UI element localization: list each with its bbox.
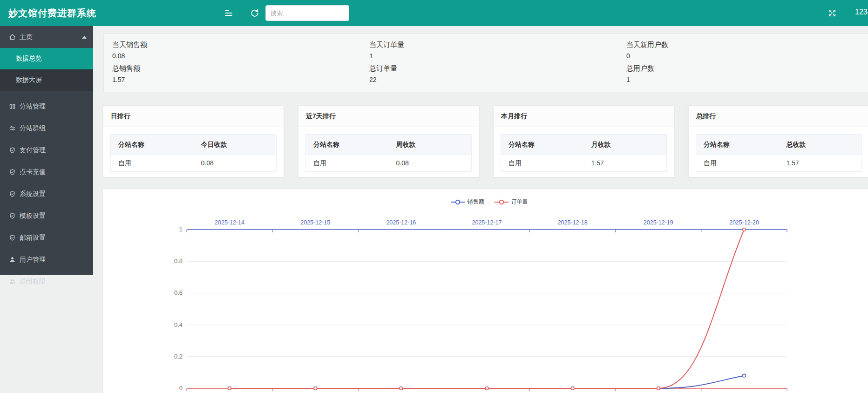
sidebar-item-label: 邮箱设置: [20, 234, 46, 242]
stat-label: 总订单量: [369, 64, 618, 73]
stat-总订单量: 总订单量22: [369, 64, 618, 83]
stat-当天销售额: 当天销售额0.08: [112, 41, 361, 60]
table-header-row: 分站名称月收款: [501, 135, 666, 155]
sidebar-item-label: 支付管理: [20, 146, 46, 155]
ranking-table: 分站名称总收款自用1.57: [696, 134, 862, 172]
top-header-bar: 妙文馆付费进群系统 12345: [0, 0, 868, 26]
stats-column: 当天订单量1总订单量22: [361, 34, 618, 92]
data-point-订单量: [485, 387, 488, 390]
sidebar-item-分站管理[interactable]: 分站管理: [0, 95, 93, 117]
stat-value: 22: [369, 76, 618, 83]
sidebar-item-label: 群组权限: [20, 278, 46, 286]
y-tick-label: 0: [179, 385, 183, 392]
table-header-row: 分站名称周收款: [306, 135, 471, 155]
sidebar-subitem-数据大屏[interactable]: 数据大屏: [0, 69, 93, 91]
ranking-table: 分站名称周收款自用0.08: [305, 134, 472, 172]
stats-overview-panel: 当天销售额0.08总销售额1.57当天订单量1总订单量22当天新用户数0总用户数…: [103, 34, 868, 92]
table-row: 自用1.57: [696, 155, 861, 171]
stats-column: 当天新用户数0总用户数1: [618, 34, 868, 92]
stat-value: 1: [369, 52, 618, 60]
data-point-订单量: [314, 387, 317, 390]
stat-总销售额: 总销售额1.57: [112, 64, 361, 83]
sales-orders-chart-card: 销售额订单量 00.20.40.60.812025-12-142025-12-1…: [103, 189, 868, 393]
ranking-card-title: 本月排行: [494, 106, 674, 127]
sidebar-item-label: 点卡充值: [20, 168, 46, 176]
top-date-label: 2025-12-15: [300, 219, 330, 226]
y-tick-label: 0.4: [174, 321, 183, 328]
stats-column: 当天销售额0.08总销售额1.57: [104, 34, 361, 92]
data-point-订单量: [228, 387, 231, 390]
sidebar-item-群组权限[interactable]: 群组权限: [0, 271, 93, 292]
search-input[interactable]: [265, 5, 349, 21]
sidebar-item-label: 主页: [20, 33, 33, 41]
top-date-label: 2025-12-19: [644, 219, 673, 226]
sidebar-subitem-数据总览[interactable]: 数据总览: [0, 48, 93, 69]
username-label[interactable]: 12345: [855, 8, 868, 16]
ranking-card-近7天排行: 近7天排行分站名称周收款自用0.08: [298, 105, 479, 177]
menu-toggle-icon[interactable]: [223, 7, 235, 19]
stat-总用户数: 总用户数1: [626, 64, 868, 83]
stat-value: 1.57: [112, 76, 361, 83]
y-tick-label: 0.2: [174, 353, 183, 360]
stat-label: 总用户数: [626, 64, 868, 73]
top-date-label: 2025-12-20: [729, 219, 759, 226]
series-line-订单量: [230, 230, 744, 388]
sidebar-item-支付管理[interactable]: 支付管理: [0, 139, 93, 161]
columns-icon: [8, 103, 16, 110]
chevron-up-icon: [82, 36, 87, 39]
ranking-card-日排行: 日排行分站名称今日收款自用0.08: [103, 105, 284, 177]
fullscreen-icon[interactable]: [826, 7, 838, 19]
sidebar-item-用户管理[interactable]: 用户管理: [0, 249, 93, 271]
sidebar-item-邮箱设置[interactable]: 邮箱设置: [0, 227, 93, 249]
ranking-card-title: 近7天排行: [298, 106, 479, 127]
shield-check-icon: [8, 190, 16, 198]
line-chart: 00.20.40.60.812025-12-142025-12-152025-1…: [103, 189, 868, 393]
dashboard-page: { "header": { "title": "妙文馆付费进群系统", "sea…: [0, 0, 868, 393]
y-tick-label: 1: [179, 226, 183, 233]
stat-当天订单量: 当天订单量1: [369, 41, 618, 60]
sidebar-item-label: 分站管理: [20, 102, 46, 111]
user-icon: [8, 256, 16, 264]
sidebar-menu: 主页数据总览数据大屏分站管理分站群组支付管理点卡充值系统设置模板设置邮箱设置用户…: [0, 26, 93, 275]
y-tick-label: 0.8: [174, 257, 183, 264]
stat-label: 当天订单量: [369, 41, 618, 49]
users-icon: [8, 278, 16, 285]
stat-当天新用户数: 当天新用户数0: [626, 41, 868, 60]
data-point-订单量: [657, 387, 660, 390]
data-point-订单量: [571, 387, 574, 390]
sidebar-item-label: 系统设置: [20, 190, 46, 198]
shield-check-icon: [8, 147, 16, 154]
ranking-card-title: 总排行: [689, 106, 868, 127]
data-point-订单量: [743, 228, 746, 231]
sidebar-item-系统设置[interactable]: 系统设置: [0, 183, 93, 205]
top-date-label: 2025-12-14: [215, 219, 244, 226]
sidebar-item-模板设置[interactable]: 模板设置: [0, 205, 93, 227]
stat-value: 0.08: [112, 52, 361, 60]
ranking-table: 分站名称月收款自用1.57: [501, 134, 667, 172]
app-title: 妙文馆付费进群系统: [8, 7, 96, 20]
shield-check-icon: [8, 169, 16, 176]
sidebar-item-label: 模板设置: [20, 212, 46, 220]
sliders-icon: [8, 125, 16, 132]
sidebar-item-分站群组[interactable]: 分站群组: [0, 117, 93, 139]
stat-value: 0: [626, 52, 868, 60]
shield-check-icon: [8, 212, 16, 220]
stat-label: 当天新用户数: [626, 41, 868, 49]
table-header-row: 分站名称总收款: [696, 135, 861, 155]
refresh-icon[interactable]: [249, 7, 261, 19]
top-date-label: 2025-12-16: [386, 219, 416, 226]
top-date-label: 2025-12-17: [472, 219, 502, 226]
table-row: 自用0.08: [111, 155, 276, 171]
y-tick-label: 0.6: [174, 289, 183, 296]
shield-check-icon: [8, 234, 16, 242]
sidebar-item-label: 分站群组: [20, 124, 46, 133]
sidebar-item-主页[interactable]: 主页: [0, 26, 93, 48]
ranking-card-本月排行: 本月排行分站名称月收款自用1.57: [493, 105, 674, 177]
stat-value: 1: [626, 76, 868, 83]
table-row: 自用0.08: [306, 155, 471, 171]
stat-label: 总销售额: [112, 64, 361, 73]
ranking-table: 分站名称今日收款自用0.08: [110, 134, 277, 172]
ranking-card-总排行: 总排行分站名称总收款自用1.57: [688, 105, 868, 177]
sidebar-item-点卡充值[interactable]: 点卡充值: [0, 161, 93, 183]
data-point-订单量: [400, 387, 403, 390]
